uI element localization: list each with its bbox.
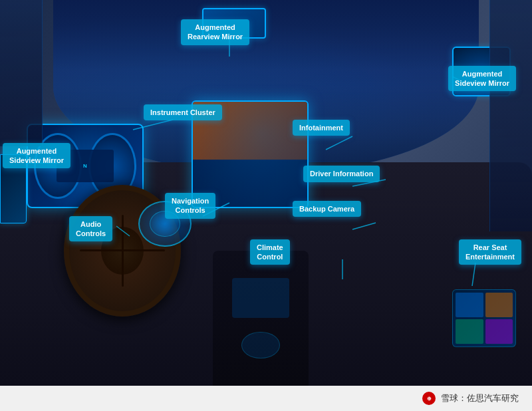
label-navigation-controls: NavigationControls [165,193,215,219]
label-augmented-sideview-right: AugmentedSideview Mirror [448,66,516,92]
center-console [213,251,309,386]
footer: ⊕ 雪球：佐思汽车研究 [0,386,532,411]
left-pillar [0,0,43,146]
label-augmented-sideview-left: AugmentedSideview Mirror [3,143,70,169]
label-climate-control: ClimateControl [250,239,290,265]
car-interior-scene: N [0,0,532,386]
label-augmented-rearview-mirror: AugmentedRearview Mirror [181,19,249,45]
logo-symbol: ⊕ [427,396,432,402]
right-pillar [489,0,532,231]
label-driver-information: Driver Information [303,166,380,182]
label-infotainment: Infotainment [293,120,350,136]
footer-logo: ⊕ [422,392,436,405]
label-backup-camera: Backup Camera [293,201,361,217]
rear-entertainment-display [452,289,516,347]
label-instrument-cluster: Instrument Cluster [144,104,222,120]
footer-text: 雪球：佐思汽车研究 [441,392,519,404]
label-rear-seat-entertainment: Rear SeatEntertainment [459,239,521,265]
label-audio-controls: AudioControls [69,216,112,242]
